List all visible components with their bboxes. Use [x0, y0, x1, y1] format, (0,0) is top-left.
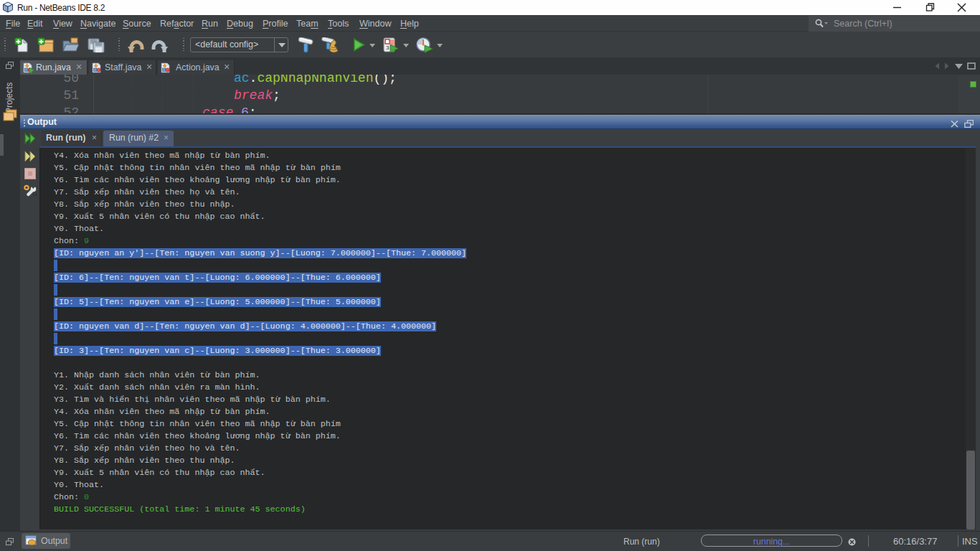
svg-text:+1: +1	[32, 192, 37, 197]
svg-text:3: 3	[386, 44, 390, 51]
